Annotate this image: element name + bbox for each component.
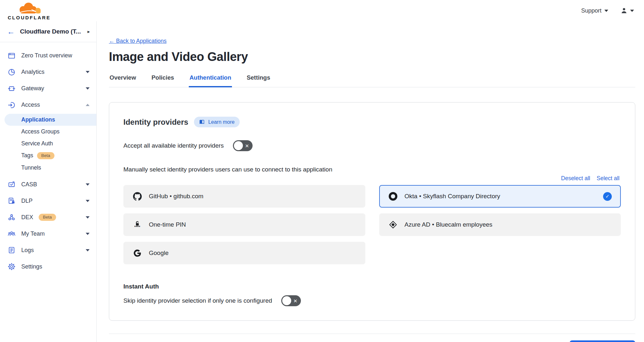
chevron-down-icon <box>85 216 90 219</box>
chevron-down-icon <box>85 71 90 73</box>
provider-tile-okta[interactable]: Okta • Skyflash Company Directory ✓ <box>379 185 621 208</box>
sidebar-item-casb[interactable]: CASB <box>0 176 96 193</box>
provider-name: Okta • Skyflash Company Directory <box>405 193 500 200</box>
sidebar-item-label: CASB <box>21 181 37 188</box>
chevron-down-icon <box>85 249 90 252</box>
provider-name: GitHub • github.com <box>149 193 203 200</box>
sidebar-item-label: Access <box>21 102 40 108</box>
identity-providers-card: Identity providers Learn more Accept all… <box>109 102 635 321</box>
sidebar-item-applications[interactable]: Applications <box>5 114 96 126</box>
select-all-link[interactable]: Select all <box>597 175 620 182</box>
sidebar-item-analytics[interactable]: Analytics <box>0 64 96 80</box>
access-submenu: Applications Access Groups Service Auth … <box>0 114 96 174</box>
back-arrow-icon[interactable]: ← <box>7 28 15 35</box>
logs-document-icon <box>7 246 16 255</box>
sidebar-item-label: DEX <box>21 214 33 221</box>
sidebar-item-logs[interactable]: Logs <box>0 242 96 259</box>
support-menu[interactable]: Support <box>581 7 609 14</box>
toggle-knob <box>282 296 291 305</box>
sidebar-item-tags[interactable]: Tags Beta <box>0 150 96 162</box>
casb-box-check-icon <box>7 180 16 189</box>
user-icon <box>620 7 628 15</box>
back-to-applications-link[interactable]: ← Back to Applications <box>109 38 167 44</box>
provider-tile-azure-ad[interactable]: Azure AD • Bluecalm employees <box>379 213 621 236</box>
azure-ad-icon <box>388 220 398 230</box>
deselect-all-link[interactable]: Deselect all <box>561 175 590 182</box>
sidebar-item-label: Access Groups <box>21 128 60 135</box>
sidebar: ← Cloudflare Demo (T... ▸ Zero Trust ove… <box>0 21 97 342</box>
sidebar-item-label: My Team <box>21 230 45 237</box>
sidebar-item-label: Tunnels <box>21 164 41 171</box>
user-menu[interactable] <box>620 7 634 15</box>
provider-name: One-time PIN <box>149 221 186 228</box>
learn-more-label: Learn more <box>208 119 235 125</box>
sidebar-item-zero-trust-overview[interactable]: Zero Trust overview <box>0 47 96 64</box>
network-nodes-icon <box>7 213 16 222</box>
sidebar-item-settings[interactable]: Settings <box>0 259 96 275</box>
google-icon <box>132 248 142 258</box>
selected-check-icon: ✓ <box>603 192 612 201</box>
chevron-down-icon <box>85 183 90 186</box>
gear-icon <box>7 262 16 271</box>
sidebar-item-my-team[interactable]: My Team <box>0 226 96 242</box>
chevron-down-icon <box>630 9 634 12</box>
accept-all-label: Accept all available identity providers <box>123 142 224 149</box>
toggle-off-x-icon: ✕ <box>245 143 249 148</box>
book-icon <box>199 119 205 125</box>
provider-tile-one-time-pin[interactable]: **** One-time PIN <box>123 213 365 236</box>
team-icon <box>7 230 16 238</box>
page-title: Image and Video Gallery <box>109 50 635 64</box>
sidebar-item-dlp[interactable]: DLP <box>0 193 96 209</box>
tab-authentication[interactable]: Authentication <box>189 72 232 87</box>
cloudflare-wordmark: CLOUDFLARE <box>8 15 51 20</box>
sidebar-nav: Zero Trust overview Analytics Gateway <box>0 42 96 275</box>
cloudflare-logo[interactable]: CLOUDFLARE <box>8 1 51 20</box>
sidebar-item-access[interactable]: Access <box>0 97 96 113</box>
tab-overview[interactable]: Overview <box>109 72 137 87</box>
gateway-icon <box>7 84 16 93</box>
sidebar-item-access-groups[interactable]: Access Groups <box>0 126 96 138</box>
sidebar-item-label: Applications <box>21 116 55 123</box>
sidebar-item-label: Logs <box>21 247 34 254</box>
provider-tile-github[interactable]: GitHub • github.com <box>123 185 365 208</box>
sidebar-item-tunnels[interactable]: Tunnels <box>0 162 96 174</box>
provider-name: Google <box>149 249 168 257</box>
sidebar-item-label: Service Auth <box>21 140 53 147</box>
document-lock-icon <box>7 197 16 205</box>
provider-grid: GitHub • github.com Okta • Skyflash Comp… <box>123 185 621 264</box>
card-title: Identity providers <box>123 118 188 127</box>
provider-tile-google[interactable]: Google <box>123 242 365 264</box>
access-login-icon <box>7 101 16 109</box>
sidebar-item-label: Zero Trust overview <box>21 52 72 59</box>
save-application-button[interactable]: Save application <box>570 340 635 342</box>
sidebar-item-gateway[interactable]: Gateway <box>0 80 96 97</box>
learn-more-badge[interactable]: Learn more <box>194 117 240 127</box>
toggle-off-x-icon: ✕ <box>293 298 298 303</box>
tab-bar: Overview Policies Authentication Setting… <box>109 72 635 87</box>
instant-auth-toggle[interactable]: ✕ <box>281 295 301 306</box>
one-time-pin-icon: **** <box>132 220 142 230</box>
tab-policies[interactable]: Policies <box>151 72 175 87</box>
chevron-down-icon <box>85 232 90 235</box>
instant-auth-heading: Instant Auth <box>123 283 621 290</box>
sidebar-item-label: Gateway <box>21 85 44 92</box>
cloudflare-cloud-icon <box>14 1 45 15</box>
okta-icon <box>388 191 398 201</box>
account-switcher[interactable]: ← Cloudflare Demo (T... ▸ <box>0 21 96 42</box>
sidebar-item-service-auth[interactable]: Service Auth <box>0 138 96 150</box>
beta-badge: Beta <box>39 214 56 221</box>
chevron-down-icon <box>85 87 90 90</box>
tab-settings[interactable]: Settings <box>246 72 271 87</box>
sidebar-item-dex[interactable]: DEX Beta <box>0 209 96 226</box>
account-name: Cloudflare Demo (T... <box>20 28 81 35</box>
github-icon <box>132 191 142 201</box>
topbar: CLOUDFLARE Support <box>0 0 644 21</box>
sidebar-item-label: DLP <box>21 198 33 204</box>
page-footer: Cancel Save application <box>109 334 635 342</box>
sidebar-item-label: Settings <box>21 263 42 270</box>
chevron-right-icon[interactable]: ▸ <box>87 29 90 34</box>
accept-all-toggle[interactable]: ✕ <box>233 140 253 151</box>
chevron-up-icon <box>85 103 90 106</box>
svg-text:****: **** <box>134 225 140 229</box>
provider-name: Azure AD • Bluecalm employees <box>405 221 493 228</box>
